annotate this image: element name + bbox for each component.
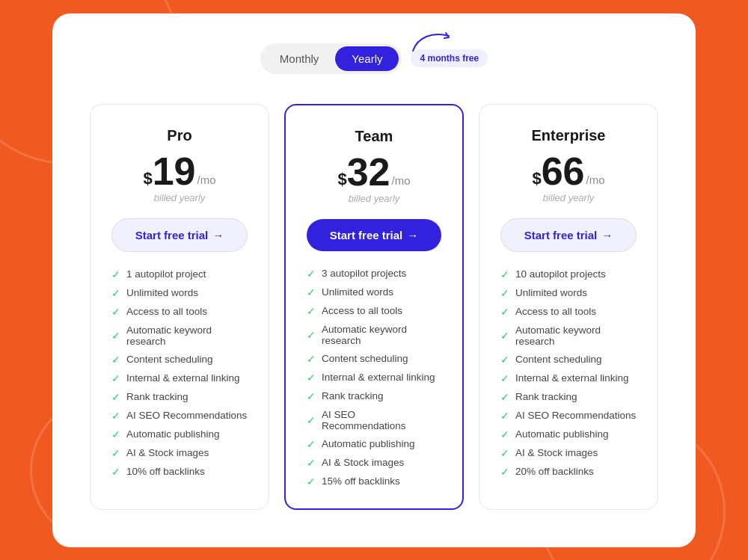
- check-icon: ✓: [500, 466, 509, 478]
- check-icon: ✓: [500, 287, 509, 299]
- feature-text: 1 autopilot project: [126, 268, 206, 280]
- check-icon: ✓: [307, 438, 316, 450]
- currency-symbol: $: [143, 167, 152, 191]
- check-icon: ✓: [111, 391, 120, 403]
- price-row: $ 19 /mo: [111, 152, 248, 191]
- feature-item: ✓ Rank tracking: [111, 391, 248, 403]
- feature-text: Content scheduling: [126, 354, 213, 365]
- feature-item: ✓ Automatic publishing: [307, 438, 441, 450]
- check-icon: ✓: [111, 372, 120, 384]
- feature-text: 10% off backlinks: [126, 466, 205, 477]
- check-icon: ✓: [111, 428, 120, 440]
- feature-item: ✓ Unlimited words: [307, 286, 441, 298]
- feature-item: ✓ Automatic keyword research: [500, 324, 637, 347]
- check-icon: ✓: [111, 268, 120, 280]
- arrow-right-icon: →: [601, 229, 613, 241]
- plan-card-pro: Pro $ 19 /mo billed yearly Start free tr…: [90, 104, 269, 510]
- feature-item: ✓ AI & Stock images: [500, 447, 637, 459]
- feature-text: AI SEO Recommendations: [126, 410, 247, 421]
- feature-text: AI SEO Recommendations: [322, 409, 441, 431]
- billed-text: billed yearly: [307, 193, 441, 204]
- feature-item: ✓ 15% off backlinks: [307, 476, 441, 487]
- check-icon: ✓: [307, 414, 316, 426]
- arrow-right-icon: →: [407, 229, 418, 241]
- feature-item: ✓ AI SEO Recommendations: [500, 410, 637, 422]
- price-period: /mo: [392, 174, 411, 187]
- check-icon: ✓: [500, 410, 509, 422]
- plan-name: Enterprise: [500, 127, 637, 144]
- feature-text: AI & Stock images: [322, 457, 404, 468]
- price-period: /mo: [586, 173, 605, 186]
- feature-text: 3 autopilot projects: [322, 268, 406, 279]
- feature-text: Internal & external linking: [322, 372, 435, 383]
- feature-text: Internal & external linking: [515, 372, 629, 384]
- check-icon: ✓: [500, 354, 509, 366]
- check-icon: ✓: [307, 372, 316, 384]
- feature-text: Content scheduling: [515, 354, 602, 365]
- billing-toggle-wrapper: Monthly Yearly 4 months free: [90, 43, 658, 74]
- feature-item: ✓ Content scheduling: [307, 353, 441, 365]
- check-icon: ✓: [307, 457, 316, 469]
- feature-list: ✓ 10 autopilot projects ✓ Unlimited word…: [500, 268, 637, 478]
- feature-text: Automatic publishing: [515, 428, 609, 440]
- feature-text: Content scheduling: [322, 353, 408, 364]
- feature-text: Internal & external linking: [126, 372, 240, 384]
- feature-text: Unlimited words: [322, 286, 393, 298]
- plans-grid: Pro $ 19 /mo billed yearly Start free tr…: [90, 104, 658, 510]
- feature-text: 15% off backlinks: [322, 476, 400, 487]
- check-icon: ✓: [307, 476, 316, 487]
- feature-item: ✓ Content scheduling: [111, 354, 248, 366]
- plan-name: Team: [307, 128, 441, 145]
- feature-item: ✓ 20% off backlinks: [500, 466, 637, 478]
- feature-text: AI SEO Recommendations: [515, 410, 636, 421]
- plan-card-enterprise: Enterprise $ 66 /mo billed yearly Start …: [479, 104, 658, 510]
- price-number: 19: [153, 152, 196, 191]
- check-icon: ✓: [307, 268, 316, 280]
- feature-item: ✓ Automatic publishing: [500, 428, 637, 440]
- feature-item: ✓ Unlimited words: [111, 287, 248, 299]
- check-icon: ✓: [307, 305, 316, 317]
- price-number: 66: [542, 152, 585, 191]
- feature-item: ✓ 3 autopilot projects: [307, 268, 441, 280]
- price-period: /mo: [197, 173, 216, 186]
- check-icon: ✓: [307, 329, 316, 341]
- feature-text: Automatic keyword research: [515, 324, 637, 347]
- feature-text: Automatic publishing: [322, 438, 415, 449]
- monthly-toggle[interactable]: Monthly: [263, 46, 336, 71]
- feature-text: Rank tracking: [322, 390, 384, 401]
- feature-item: ✓ Unlimited words: [500, 287, 637, 299]
- feature-item: ✓ Automatic publishing: [111, 428, 248, 440]
- feature-text: Unlimited words: [515, 287, 587, 298]
- feature-item: ✓ Automatic keyword research: [111, 324, 248, 347]
- check-icon: ✓: [500, 447, 509, 459]
- cta-button-team[interactable]: Start free trial →: [307, 219, 441, 251]
- plan-name: Pro: [111, 127, 248, 144]
- feature-item: ✓ 10% off backlinks: [111, 466, 248, 478]
- check-icon: ✓: [500, 372, 509, 384]
- feature-item: ✓ AI & Stock images: [307, 457, 441, 469]
- check-icon: ✓: [307, 390, 316, 402]
- feature-text: 20% off backlinks: [515, 466, 594, 477]
- feature-text: Automatic keyword research: [126, 324, 248, 347]
- check-icon: ✓: [307, 353, 316, 365]
- price-row: $ 32 /mo: [307, 153, 441, 191]
- feature-item: ✓ AI SEO Recommendations: [111, 410, 248, 422]
- feature-text: Access to all tools: [322, 305, 402, 316]
- cta-button-pro[interactable]: Start free trial →: [111, 218, 248, 252]
- arrow-icon: [410, 30, 455, 57]
- cta-button-enterprise[interactable]: Start free trial →: [500, 218, 637, 252]
- yearly-toggle[interactable]: Yearly: [335, 46, 399, 71]
- check-icon: ✓: [111, 466, 120, 478]
- check-icon: ✓: [111, 306, 120, 318]
- feature-list: ✓ 1 autopilot project ✓ Unlimited words …: [111, 268, 248, 478]
- feature-text: AI & Stock images: [126, 447, 209, 458]
- check-icon: ✓: [307, 286, 316, 298]
- check-icon: ✓: [111, 447, 120, 459]
- feature-list: ✓ 3 autopilot projects ✓ Unlimited words…: [307, 268, 441, 487]
- check-icon: ✓: [111, 330, 120, 342]
- toggle-pill: Monthly Yearly: [260, 43, 402, 74]
- price-row: $ 66 /mo: [500, 152, 637, 191]
- check-icon: ✓: [111, 410, 120, 422]
- feature-item: ✓ 10 autopilot projects: [500, 268, 637, 280]
- feature-item: ✓ Rank tracking: [307, 390, 441, 402]
